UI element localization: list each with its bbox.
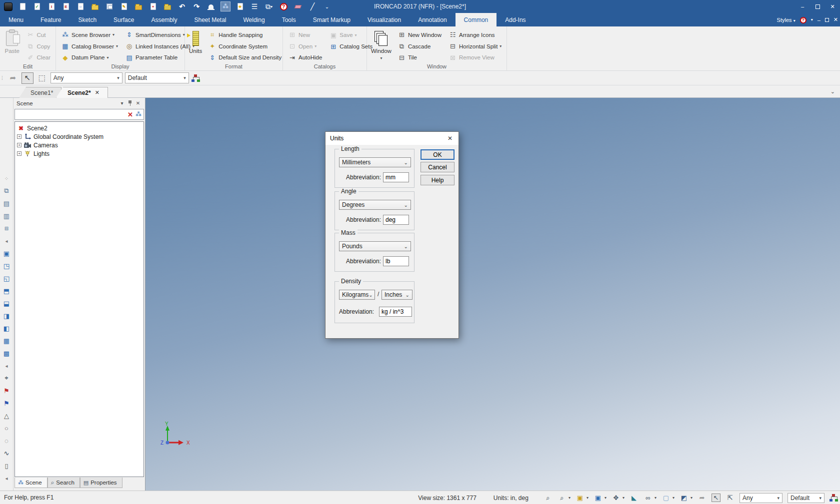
tab-annotation[interactable]: Annotation <box>410 13 455 26</box>
qat-overflow-icon[interactable]: ⌄ <box>322 1 332 11</box>
circle-tool-icon[interactable]: ○ <box>2 424 12 433</box>
tab-list-chevron-icon[interactable]: ⌄ <box>830 88 835 95</box>
chevron-down-icon[interactable]: ▾ <box>586 496 588 500</box>
ok-button[interactable]: OK <box>420 149 454 160</box>
select-cursor-icon[interactable]: ↖ <box>712 494 720 502</box>
doc-tab-scene1[interactable]: Scene1* <box>19 87 62 98</box>
paste-special-icon[interactable]: ➦ <box>7 72 19 84</box>
axis-tool-icon[interactable]: ⌖ <box>2 374 12 383</box>
import-icon[interactable]: I <box>46 1 56 11</box>
copy-stack-icon[interactable]: ⧉▾ <box>264 1 274 11</box>
ellipse-tool-icon[interactable]: ◌ <box>2 436 12 445</box>
zoom-in-icon[interactable]: ⌕ <box>544 494 552 502</box>
restore-button[interactable] <box>810 0 825 13</box>
split-cube-icon[interactable]: ◨ <box>2 311 12 320</box>
box-cursor-icon[interactable]: ⇱ <box>726 494 734 502</box>
length-unit-combo[interactable]: Millimeters⌄ <box>339 157 411 167</box>
tab-sketch[interactable]: Sketch <box>70 13 105 26</box>
collapse-arrow-icon[interactable]: ◂ <box>2 474 12 483</box>
help-dropdown-icon[interactable]: ▾ <box>811 17 813 22</box>
frame-icon[interactable]: ⧈ <box>2 224 12 233</box>
chevron-down-icon[interactable]: ▾ <box>690 496 692 500</box>
view-cube-icon[interactable]: ▣ <box>594 494 602 502</box>
angle-unit-combo[interactable]: Degrees⌄ <box>339 200 411 210</box>
dialog-title-bar[interactable]: Units <box>326 132 458 145</box>
tree-item-cameras[interactable]: + Cameras <box>16 141 142 149</box>
blue-flag-tool-icon[interactable]: ⚑ <box>2 399 12 408</box>
triangle-tool-icon[interactable]: △ <box>2 411 12 420</box>
density-mass-combo[interactable]: Kilograms⌄ <box>339 290 375 300</box>
select-cursor-icon[interactable]: ↖ <box>22 72 34 84</box>
fit-scene-icon[interactable]: ▣ <box>576 494 584 502</box>
tab-feature[interactable]: Feature <box>32 13 70 26</box>
open-edit-icon[interactable] <box>134 1 144 11</box>
scene-browser-toggle-icon[interactable]: ⁂ <box>220 1 230 11</box>
tab-assembly[interactable]: Assembly <box>142 13 186 26</box>
chevron-down-icon[interactable]: ▾ <box>622 496 624 500</box>
clear-button[interactable]: ✐Clear <box>26 52 52 62</box>
undo-icon[interactable]: ↶ <box>177 1 187 11</box>
tab-tools[interactable]: Tools <box>274 13 304 26</box>
render-mode-icon[interactable]: ▢ <box>662 494 670 502</box>
copy-add-icon[interactable] <box>162 1 172 11</box>
redo-icon[interactable]: ↷ <box>192 1 202 11</box>
tab-smart-markup[interactable]: Smart Markup <box>304 13 359 26</box>
web-document-icon[interactable]: ○ <box>76 1 86 11</box>
edit-document-icon[interactable]: ✎ <box>119 1 129 11</box>
horizontal-split-button[interactable]: ⊟Horizontal Split▾ <box>448 41 502 51</box>
catalog-open-button[interactable]: ⊡Open▾ <box>287 41 323 51</box>
panel-tab-properties[interactable]: ▤Properties <box>80 478 122 488</box>
perspective-glasses-icon[interactable]: ∞ <box>644 494 652 502</box>
expand-icon[interactable]: + <box>17 151 22 156</box>
tab-menu[interactable]: Menu <box>0 13 32 26</box>
scene-browser-button[interactable]: ⁂Scene Browser▾ <box>60 30 119 40</box>
selection-filter-combo[interactable]: Any▾ <box>50 72 122 83</box>
tab-surface[interactable]: Surface <box>105 13 142 26</box>
handle-snapping-button[interactable]: ⌗Handle Snapping <box>207 30 282 40</box>
units-button[interactable]: Units <box>189 29 202 62</box>
wedge-view-icon[interactable]: ◣ <box>630 494 638 502</box>
structure-icon[interactable] <box>830 494 838 502</box>
clear-filter-icon[interactable]: ✕ <box>125 111 136 118</box>
strip-grip-icon[interactable]: ⁘ <box>2 174 12 183</box>
sheet2-icon[interactable]: ▥ <box>2 211 12 220</box>
hatch-cube-icon[interactable]: ▩ <box>2 349 12 358</box>
help-icon[interactable]: ? <box>278 1 288 11</box>
cube-corner-icon[interactable]: ◳ <box>2 261 12 270</box>
tab-sheet-metal[interactable]: Sheet Metal <box>186 13 234 26</box>
paste-cursor-icon[interactable]: ➦ <box>698 494 706 502</box>
zoom-window-icon[interactable]: ⌕ <box>558 494 566 502</box>
toolbar-grip[interactable]: ⁞ <box>2 75 4 81</box>
length-abbreviation-field[interactable] <box>383 172 409 182</box>
draw-line-icon[interactable]: ╱ <box>308 1 318 11</box>
autohide-button[interactable]: ⇥AutoHide <box>287 52 323 62</box>
minimize-button[interactable]: – <box>795 0 810 13</box>
remove-view-button[interactable]: ⊠Remove View <box>448 52 502 62</box>
cube-tool-icon[interactable]: ▣ <box>2 249 12 258</box>
expand-icon[interactable]: + <box>17 134 22 139</box>
tab-visualization[interactable]: Visualization <box>359 13 410 26</box>
chevron-down-icon[interactable]: ▾ <box>568 496 570 500</box>
ribbon-restore-icon[interactable] <box>825 16 829 23</box>
assembly-structure-icon[interactable] <box>192 74 200 82</box>
coordinate-system-button[interactable]: ✦Coordinate System <box>207 41 282 51</box>
help-button[interactable]: Help <box>420 175 454 185</box>
collapse-arrow-icon[interactable]: ◂ <box>2 236 12 245</box>
styles-menu[interactable]: Styles ▾ <box>777 17 796 23</box>
tab-common[interactable]: Common <box>456 13 497 26</box>
export-icon[interactable]: E <box>61 1 71 11</box>
shaded-cube-icon[interactable]: ◩ <box>680 494 688 502</box>
half-cube2-icon[interactable]: ⬓ <box>2 299 12 308</box>
angle-abbreviation-field[interactable] <box>383 215 409 225</box>
panel-tab-scene[interactable]: ⁂Scene <box>14 478 48 488</box>
new-scene-icon[interactable] <box>18 1 28 11</box>
window-button[interactable]: Window ▾ <box>371 29 392 62</box>
ribbon-help-icon[interactable]: ? <box>800 16 806 23</box>
half-cube-icon[interactable]: ⬒ <box>2 286 12 295</box>
list-view-icon[interactable]: ☰ <box>250 1 260 11</box>
open-folder-icon[interactable] <box>90 1 100 11</box>
close-button[interactable]: ✕ <box>825 0 840 13</box>
box-select-icon[interactable]: ⬚ <box>36 72 48 84</box>
app-logo-icon[interactable] <box>3 1 13 11</box>
cut-button[interactable]: ✂Cut <box>26 30 52 40</box>
